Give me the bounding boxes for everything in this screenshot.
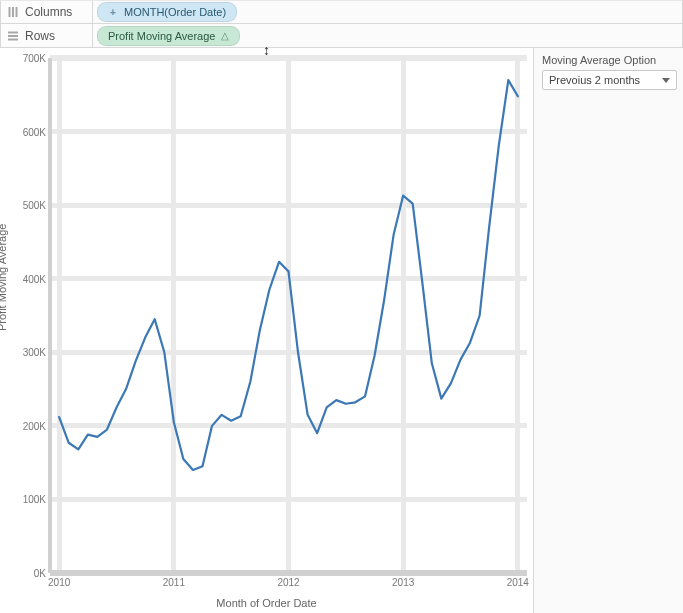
rows-icon <box>7 30 19 42</box>
x-tick-label: 2012 <box>277 577 299 588</box>
y-tick-label: 700K <box>23 53 46 64</box>
y-tick-label: 400K <box>23 273 46 284</box>
y-tick-label: 500K <box>23 200 46 211</box>
columns-shelf-content[interactable]: + MONTH(Order Date) <box>93 1 682 23</box>
columns-icon <box>7 6 19 18</box>
columns-shelf-label: Columns <box>25 5 72 19</box>
columns-shelf-label-cell: Columns <box>1 1 93 23</box>
svg-rect-5 <box>8 38 18 40</box>
parameter-value: Prevoius 2 months <box>549 74 640 86</box>
rows-shelf-content[interactable]: Profit Moving Average △ <box>93 24 682 47</box>
columns-pill[interactable]: + MONTH(Order Date) <box>97 2 237 22</box>
svg-rect-1 <box>12 7 14 17</box>
plot-area[interactable]: 0K100K200K300K400K500K600K700K 201020112… <box>50 58 527 573</box>
x-tick-label: 2013 <box>392 577 414 588</box>
parameter-dropdown[interactable]: Prevoius 2 months <box>542 70 677 90</box>
rows-pill[interactable]: Profit Moving Average △ <box>97 26 240 46</box>
y-axis-title: Profit Moving Average <box>0 223 8 330</box>
y-tick-label: 600K <box>23 126 46 137</box>
x-tick-label: 2014 <box>507 577 529 588</box>
x-tick-label: 2011 <box>163 577 185 588</box>
plot-svg <box>50 58 527 573</box>
svg-rect-0 <box>9 7 11 17</box>
x-tick-label: 2010 <box>48 577 70 588</box>
parameter-title: Moving Average Option <box>542 54 677 66</box>
rows-shelf-label-cell: Rows <box>1 24 93 47</box>
rows-pill-label: Profit Moving Average <box>108 30 215 42</box>
parameter-panel: Moving Average Option Prevoius 2 months <box>533 48 683 613</box>
columns-shelf[interactable]: Columns + MONTH(Order Date) <box>0 0 683 24</box>
y-tick-label: 300K <box>23 347 46 358</box>
table-calc-icon: △ <box>221 30 229 41</box>
chart-view[interactable]: ↕ Profit Moving Average Month of Order D… <box>0 48 533 613</box>
y-tick-label: 0K <box>34 568 46 579</box>
rows-shelf-label: Rows <box>25 29 55 43</box>
y-tick-label: 100K <box>23 494 46 505</box>
caret-down-icon <box>662 78 670 83</box>
svg-rect-3 <box>8 31 18 33</box>
expand-icon[interactable]: + <box>108 7 118 17</box>
y-tick-label: 200K <box>23 420 46 431</box>
x-axis-title: Month of Order Date <box>216 597 316 609</box>
columns-pill-label: MONTH(Order Date) <box>124 6 226 18</box>
svg-rect-4 <box>8 35 18 37</box>
rows-shelf[interactable]: Rows Profit Moving Average △ <box>0 24 683 48</box>
svg-rect-2 <box>16 7 18 17</box>
